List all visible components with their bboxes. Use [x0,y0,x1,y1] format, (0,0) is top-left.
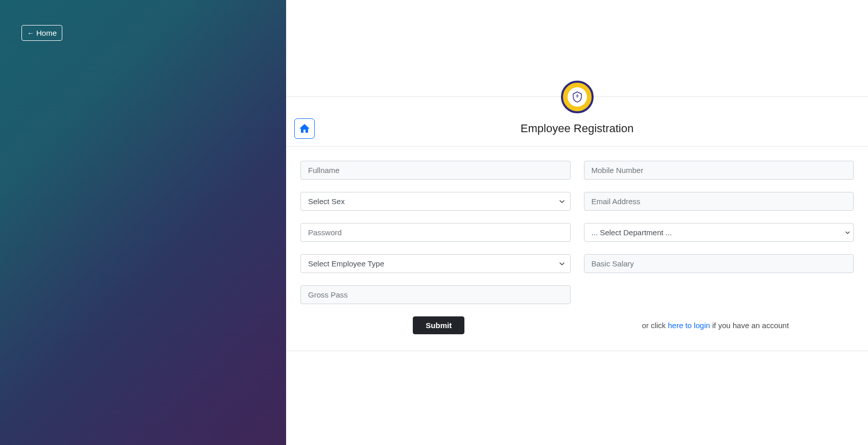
gross-pass-input[interactable] [300,285,571,304]
salary-field-container [584,254,854,273]
login-prefix-text: or click [642,321,668,330]
login-link[interactable]: here to login [668,321,710,330]
mobile-input[interactable] [584,161,854,180]
sidebar-home-button[interactable]: ← Home [21,25,62,41]
mobile-field-container [584,161,854,180]
login-column: or click here to login if you have an ac… [577,321,854,330]
organization-logo [561,81,594,113]
arrow-left-icon: ← [27,29,34,37]
home-icon-button[interactable] [294,118,315,139]
content-area: Employee Registration Select Sex [286,96,868,351]
employee-type-select[interactable]: Select Employee Type [300,254,571,273]
fullname-input[interactable] [300,161,571,180]
employee-type-field-container: Select Employee Type [300,254,571,273]
email-input[interactable] [584,192,854,211]
logo-container [286,81,868,113]
page-title: Employee Registration [521,122,634,135]
sex-field-container: Select Sex [300,192,571,211]
email-field-container [584,192,854,211]
department-field-container: ... Select Department ... [584,223,854,242]
main-content: Employee Registration Select Sex [286,0,868,445]
registration-form: Select Sex ... Select Department ... [286,146,868,351]
fullname-field-container [300,161,571,180]
login-suffix-text: if you have an account [710,321,789,330]
basic-salary-input[interactable] [584,254,854,273]
submit-column: Submit [300,316,577,334]
header-row: Employee Registration [286,113,868,146]
logo-emblem-icon [568,87,587,107]
form-footer-row: Submit or click here to login if you hav… [300,316,854,334]
login-text-container: or click here to login if you have an ac… [642,321,789,330]
bottom-divider [286,351,868,351]
password-input[interactable] [300,223,571,242]
department-select[interactable]: ... Select Department ... [584,223,854,242]
submit-button[interactable]: Submit [413,316,464,334]
sidebar-panel: ← Home [0,0,286,445]
sex-select[interactable]: Select Sex [300,192,571,211]
sidebar-home-label: Home [36,29,57,37]
form-grid: Select Sex ... Select Department ... [300,161,854,304]
home-icon [298,122,311,135]
password-field-container [300,223,571,242]
gross-pass-field-container [300,285,571,304]
